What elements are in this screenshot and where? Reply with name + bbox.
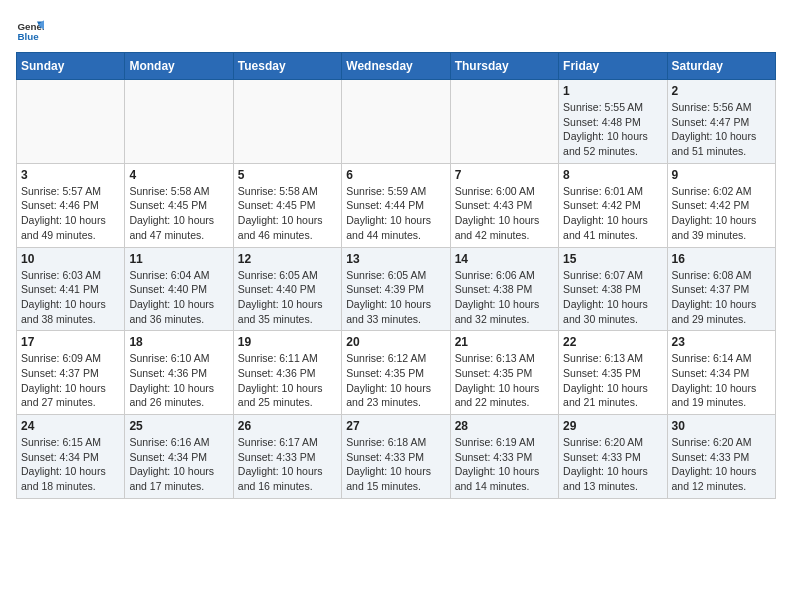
weekday-header-friday: Friday bbox=[559, 53, 667, 80]
day-info: Sunrise: 6:01 AM Sunset: 4:42 PM Dayligh… bbox=[563, 184, 662, 243]
calendar-week-4: 17Sunrise: 6:09 AM Sunset: 4:37 PM Dayli… bbox=[17, 331, 776, 415]
calendar-day-6: 6Sunrise: 5:59 AM Sunset: 4:44 PM Daylig… bbox=[342, 163, 450, 247]
calendar-day-29: 29Sunrise: 6:20 AM Sunset: 4:33 PM Dayli… bbox=[559, 415, 667, 499]
calendar-day-7: 7Sunrise: 6:00 AM Sunset: 4:43 PM Daylig… bbox=[450, 163, 558, 247]
calendar-week-2: 3Sunrise: 5:57 AM Sunset: 4:46 PM Daylig… bbox=[17, 163, 776, 247]
day-number: 29 bbox=[563, 419, 662, 433]
day-info: Sunrise: 6:11 AM Sunset: 4:36 PM Dayligh… bbox=[238, 351, 337, 410]
day-info: Sunrise: 6:20 AM Sunset: 4:33 PM Dayligh… bbox=[563, 435, 662, 494]
day-number: 16 bbox=[672, 252, 771, 266]
day-number: 28 bbox=[455, 419, 554, 433]
day-number: 11 bbox=[129, 252, 228, 266]
day-number: 4 bbox=[129, 168, 228, 182]
calendar-day-18: 18Sunrise: 6:10 AM Sunset: 4:36 PM Dayli… bbox=[125, 331, 233, 415]
day-info: Sunrise: 6:13 AM Sunset: 4:35 PM Dayligh… bbox=[563, 351, 662, 410]
day-number: 19 bbox=[238, 335, 337, 349]
day-info: Sunrise: 6:05 AM Sunset: 4:40 PM Dayligh… bbox=[238, 268, 337, 327]
day-number: 3 bbox=[21, 168, 120, 182]
calendar-week-5: 24Sunrise: 6:15 AM Sunset: 4:34 PM Dayli… bbox=[17, 415, 776, 499]
day-number: 26 bbox=[238, 419, 337, 433]
day-number: 10 bbox=[21, 252, 120, 266]
day-info: Sunrise: 6:07 AM Sunset: 4:38 PM Dayligh… bbox=[563, 268, 662, 327]
calendar-day-22: 22Sunrise: 6:13 AM Sunset: 4:35 PM Dayli… bbox=[559, 331, 667, 415]
calendar-day-empty bbox=[17, 80, 125, 164]
day-info: Sunrise: 6:18 AM Sunset: 4:33 PM Dayligh… bbox=[346, 435, 445, 494]
calendar-day-27: 27Sunrise: 6:18 AM Sunset: 4:33 PM Dayli… bbox=[342, 415, 450, 499]
weekday-header-monday: Monday bbox=[125, 53, 233, 80]
day-number: 24 bbox=[21, 419, 120, 433]
day-number: 15 bbox=[563, 252, 662, 266]
day-info: Sunrise: 5:57 AM Sunset: 4:46 PM Dayligh… bbox=[21, 184, 120, 243]
day-number: 13 bbox=[346, 252, 445, 266]
calendar-day-19: 19Sunrise: 6:11 AM Sunset: 4:36 PM Dayli… bbox=[233, 331, 341, 415]
day-info: Sunrise: 6:20 AM Sunset: 4:33 PM Dayligh… bbox=[672, 435, 771, 494]
day-number: 27 bbox=[346, 419, 445, 433]
calendar-day-28: 28Sunrise: 6:19 AM Sunset: 4:33 PM Dayli… bbox=[450, 415, 558, 499]
day-info: Sunrise: 6:13 AM Sunset: 4:35 PM Dayligh… bbox=[455, 351, 554, 410]
calendar-day-21: 21Sunrise: 6:13 AM Sunset: 4:35 PM Dayli… bbox=[450, 331, 558, 415]
day-info: Sunrise: 5:55 AM Sunset: 4:48 PM Dayligh… bbox=[563, 100, 662, 159]
calendar-day-23: 23Sunrise: 6:14 AM Sunset: 4:34 PM Dayli… bbox=[667, 331, 775, 415]
weekday-header-thursday: Thursday bbox=[450, 53, 558, 80]
weekday-header-wednesday: Wednesday bbox=[342, 53, 450, 80]
day-number: 2 bbox=[672, 84, 771, 98]
day-number: 17 bbox=[21, 335, 120, 349]
day-info: Sunrise: 6:09 AM Sunset: 4:37 PM Dayligh… bbox=[21, 351, 120, 410]
day-number: 5 bbox=[238, 168, 337, 182]
day-info: Sunrise: 6:03 AM Sunset: 4:41 PM Dayligh… bbox=[21, 268, 120, 327]
day-number: 1 bbox=[563, 84, 662, 98]
calendar-day-3: 3Sunrise: 5:57 AM Sunset: 4:46 PM Daylig… bbox=[17, 163, 125, 247]
day-number: 25 bbox=[129, 419, 228, 433]
calendar-day-5: 5Sunrise: 5:58 AM Sunset: 4:45 PM Daylig… bbox=[233, 163, 341, 247]
day-info: Sunrise: 6:08 AM Sunset: 4:37 PM Dayligh… bbox=[672, 268, 771, 327]
calendar-day-empty bbox=[233, 80, 341, 164]
day-info: Sunrise: 5:58 AM Sunset: 4:45 PM Dayligh… bbox=[238, 184, 337, 243]
day-number: 23 bbox=[672, 335, 771, 349]
logo: General Blue bbox=[16, 16, 44, 44]
weekday-header-tuesday: Tuesday bbox=[233, 53, 341, 80]
day-info: Sunrise: 6:02 AM Sunset: 4:42 PM Dayligh… bbox=[672, 184, 771, 243]
day-number: 7 bbox=[455, 168, 554, 182]
day-number: 6 bbox=[346, 168, 445, 182]
day-number: 18 bbox=[129, 335, 228, 349]
day-number: 30 bbox=[672, 419, 771, 433]
calendar-day-13: 13Sunrise: 6:05 AM Sunset: 4:39 PM Dayli… bbox=[342, 247, 450, 331]
calendar-day-20: 20Sunrise: 6:12 AM Sunset: 4:35 PM Dayli… bbox=[342, 331, 450, 415]
weekday-header-row: SundayMondayTuesdayWednesdayThursdayFrid… bbox=[17, 53, 776, 80]
calendar-day-12: 12Sunrise: 6:05 AM Sunset: 4:40 PM Dayli… bbox=[233, 247, 341, 331]
calendar-table: SundayMondayTuesdayWednesdayThursdayFrid… bbox=[16, 52, 776, 499]
calendar-day-30: 30Sunrise: 6:20 AM Sunset: 4:33 PM Dayli… bbox=[667, 415, 775, 499]
day-number: 21 bbox=[455, 335, 554, 349]
day-number: 8 bbox=[563, 168, 662, 182]
day-info: Sunrise: 6:04 AM Sunset: 4:40 PM Dayligh… bbox=[129, 268, 228, 327]
calendar-day-17: 17Sunrise: 6:09 AM Sunset: 4:37 PM Dayli… bbox=[17, 331, 125, 415]
calendar-day-26: 26Sunrise: 6:17 AM Sunset: 4:33 PM Dayli… bbox=[233, 415, 341, 499]
day-number: 12 bbox=[238, 252, 337, 266]
calendar-week-1: 1Sunrise: 5:55 AM Sunset: 4:48 PM Daylig… bbox=[17, 80, 776, 164]
day-number: 14 bbox=[455, 252, 554, 266]
day-info: Sunrise: 6:19 AM Sunset: 4:33 PM Dayligh… bbox=[455, 435, 554, 494]
day-info: Sunrise: 6:00 AM Sunset: 4:43 PM Dayligh… bbox=[455, 184, 554, 243]
svg-text:Blue: Blue bbox=[17, 31, 39, 42]
calendar-day-16: 16Sunrise: 6:08 AM Sunset: 4:37 PM Dayli… bbox=[667, 247, 775, 331]
calendar-day-1: 1Sunrise: 5:55 AM Sunset: 4:48 PM Daylig… bbox=[559, 80, 667, 164]
day-number: 20 bbox=[346, 335, 445, 349]
day-info: Sunrise: 5:58 AM Sunset: 4:45 PM Dayligh… bbox=[129, 184, 228, 243]
day-info: Sunrise: 5:59 AM Sunset: 4:44 PM Dayligh… bbox=[346, 184, 445, 243]
header: General Blue bbox=[16, 16, 776, 44]
day-info: Sunrise: 5:56 AM Sunset: 4:47 PM Dayligh… bbox=[672, 100, 771, 159]
day-info: Sunrise: 6:14 AM Sunset: 4:34 PM Dayligh… bbox=[672, 351, 771, 410]
calendar-week-3: 10Sunrise: 6:03 AM Sunset: 4:41 PM Dayli… bbox=[17, 247, 776, 331]
calendar-day-24: 24Sunrise: 6:15 AM Sunset: 4:34 PM Dayli… bbox=[17, 415, 125, 499]
calendar-day-8: 8Sunrise: 6:01 AM Sunset: 4:42 PM Daylig… bbox=[559, 163, 667, 247]
day-info: Sunrise: 6:06 AM Sunset: 4:38 PM Dayligh… bbox=[455, 268, 554, 327]
day-info: Sunrise: 6:17 AM Sunset: 4:33 PM Dayligh… bbox=[238, 435, 337, 494]
calendar-day-10: 10Sunrise: 6:03 AM Sunset: 4:41 PM Dayli… bbox=[17, 247, 125, 331]
calendar-day-empty bbox=[125, 80, 233, 164]
calendar-day-empty bbox=[450, 80, 558, 164]
day-info: Sunrise: 6:10 AM Sunset: 4:36 PM Dayligh… bbox=[129, 351, 228, 410]
calendar-day-15: 15Sunrise: 6:07 AM Sunset: 4:38 PM Dayli… bbox=[559, 247, 667, 331]
calendar-day-2: 2Sunrise: 5:56 AM Sunset: 4:47 PM Daylig… bbox=[667, 80, 775, 164]
day-info: Sunrise: 6:05 AM Sunset: 4:39 PM Dayligh… bbox=[346, 268, 445, 327]
calendar-day-11: 11Sunrise: 6:04 AM Sunset: 4:40 PM Dayli… bbox=[125, 247, 233, 331]
